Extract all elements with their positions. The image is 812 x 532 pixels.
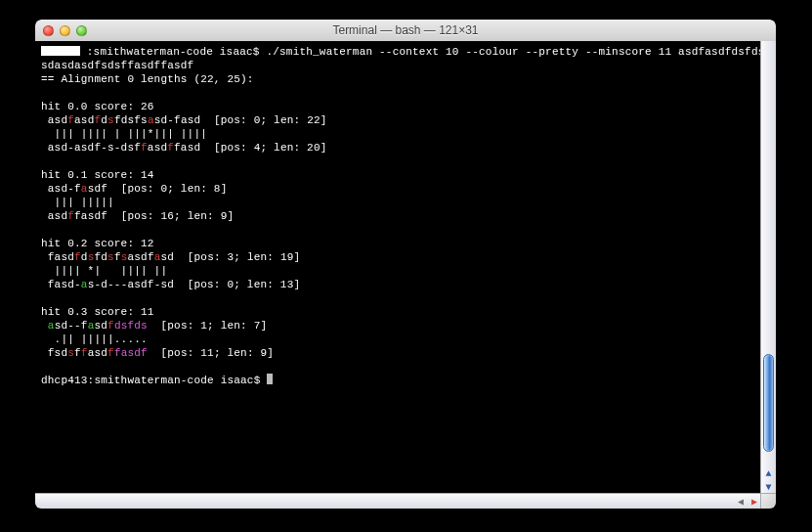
alignment-bars: |||| *| |||| || (41, 265, 167, 277)
hit-title: hit 0.1 score: 14 (41, 169, 154, 181)
horizontal-scrollbar[interactable]: ◀ ▶ (35, 493, 761, 509)
hit-title: hit 0.0 score: 26 (41, 101, 154, 112)
window-title: Terminal — bash — 121×31 (35, 23, 776, 37)
scroll-down-icon[interactable]: ▼ (761, 480, 776, 494)
command-wrap: sdasdasdfsdsffasdffasdf (41, 60, 193, 71)
alignment-header: == Alignment 0 lengths (22, 25): (41, 73, 254, 85)
scroll-thumb[interactable] (763, 354, 774, 452)
terminal-content[interactable]: :smithwaterman-code isaac$ ./smith_water… (35, 41, 761, 494)
hit-title: hit 0.2 score: 12 (41, 238, 154, 249)
command-text: ./smith_waterman --context 10 --colour -… (266, 46, 761, 58)
titlebar[interactable]: Terminal — bash — 121×31 (35, 20, 776, 42)
resize-grip-icon[interactable] (760, 493, 776, 509)
cursor-icon (267, 374, 273, 384)
terminal-window: Terminal — bash — 121×31 :smithwaterman-… (35, 20, 776, 509)
alignment-bars: ||| ||||| (41, 197, 114, 208)
scroll-up-icon[interactable]: ▲ (761, 466, 776, 480)
prompt-2: dhcp413:smithwaterman-code isaac$ (41, 375, 267, 386)
hostname-redacted (41, 46, 80, 56)
hit-title: hit 0.3 score: 11 (41, 306, 154, 318)
scroll-left-icon[interactable]: ◀ (734, 494, 748, 509)
alignment-bars: .|| |||||..... (41, 333, 148, 345)
vertical-scrollbar[interactable]: ▲ ▼ (760, 41, 776, 494)
prompt-1: :smithwaterman-code isaac$ (80, 46, 266, 58)
alignment-bars: ||| |||| | |||*||| |||| (41, 128, 207, 140)
scroll-right-icon[interactable]: ▶ (748, 494, 761, 509)
